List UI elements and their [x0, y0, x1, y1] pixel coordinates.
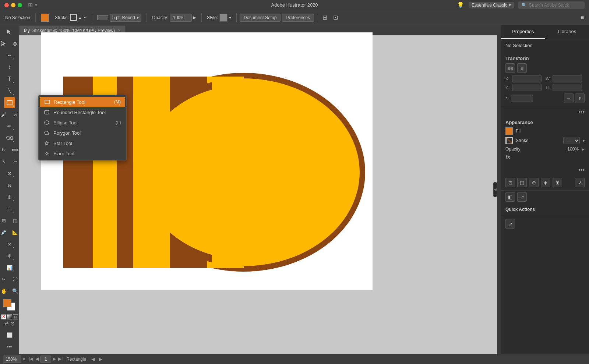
menu-item-rounded-rectangle[interactable]: Rounded Rectangle Tool — [39, 107, 126, 117]
menu-item-flare[interactable]: Flare Tool — [39, 148, 126, 159]
w-input[interactable] — [553, 75, 582, 82]
pattern-button[interactable]: ⊟ — [13, 314, 18, 319]
flip-v-button[interactable]: ⇕ — [575, 93, 585, 103]
perspective-tool[interactable]: ⬚ ▸ — [4, 203, 15, 214]
fill-label[interactable]: Fill — [516, 128, 585, 134]
panel-icon-btn-2[interactable]: ◱ — [517, 178, 527, 187]
stroke-swatch[interactable] — [70, 14, 77, 21]
symbol-tool[interactable]: ❋ ▸ — [4, 250, 15, 261]
last-page-button[interactable]: ▶| — [57, 356, 63, 363]
selection-tool[interactable] — [4, 26, 15, 38]
measure-tool[interactable]: 📐 — [10, 227, 19, 238]
vertical-scrollbar[interactable] — [497, 35, 501, 354]
panel-icon-btn-4[interactable]: ◈ — [541, 178, 550, 187]
opacity-input[interactable]: 100% — [170, 14, 192, 22]
pencil-tool[interactable]: ✏ ▸ — [4, 121, 15, 132]
width-tool[interactable]: ⊖ — [4, 180, 15, 191]
fill-color-swatch[interactable] — [505, 127, 513, 135]
stroke-size-dropdown[interactable]: 5 pt. Round ▾ — [110, 14, 141, 22]
graph-tool[interactable]: 📊 ▸ — [4, 262, 15, 273]
switch-colors-button[interactable]: ⇌ — [4, 321, 9, 326]
gradient-button[interactable] — [7, 314, 12, 319]
transform-icon-1[interactable]: ⊞⊞ — [505, 63, 515, 73]
tab-libraries[interactable]: Libraries — [545, 25, 589, 39]
direct-selection-tool[interactable] — [0, 38, 9, 49]
menu-item-star[interactable]: Star Tool — [39, 138, 126, 148]
zoom-chevron[interactable]: ▾ — [23, 357, 25, 362]
reflect-tool[interactable]: ⟺ — [10, 144, 19, 155]
stroke-color-swatch[interactable] — [505, 137, 513, 144]
more-tools-button[interactable]: ••• — [4, 341, 15, 352]
document-setup-button[interactable]: Document Setup — [240, 14, 281, 22]
layer-icon-btn-1[interactable]: ◧ — [505, 192, 515, 202]
flip-h-button[interactable]: ⇔ — [564, 93, 574, 103]
mesh-tool[interactable]: ⊞ — [0, 215, 9, 226]
artboard-tool[interactable]: ⬜ — [4, 329, 15, 340]
rotation-input[interactable] — [511, 95, 533, 102]
opacity-chevron[interactable]: ▶ — [193, 15, 196, 20]
slice-tool[interactable]: ✂ — [0, 274, 9, 285]
stroke-chevron-down[interactable]: ▼ — [83, 16, 87, 20]
minimize-button[interactable] — [11, 3, 15, 7]
panel-collapse-handle[interactable]: ◀ — [493, 182, 497, 197]
zoom-tool[interactable]: 🔍 — [10, 286, 19, 297]
gradient-tool[interactable]: ◫ — [10, 215, 19, 226]
pen-tool[interactable]: ✒ ▸ — [4, 50, 15, 61]
art-navigation-prev[interactable]: ◀ — [91, 356, 95, 363]
panel-icon-btn-3[interactable]: ⊕ — [529, 178, 539, 187]
opacity-expand-arrow[interactable]: ▶ — [582, 147, 585, 151]
workspace-selector[interactable]: Essentials Classic ▾ — [469, 2, 514, 8]
tab-properties[interactable]: Properties — [501, 25, 545, 39]
next-page-button[interactable]: ▶ — [52, 356, 57, 363]
rectangle-tool-button[interactable]: ▸ — [4, 97, 15, 108]
none-color-button[interactable]: ✕ — [1, 314, 6, 319]
panel-menu-icon[interactable]: ≡ — [578, 13, 586, 22]
stroke-style-dropdown[interactable]: — — [563, 137, 580, 144]
fullscreen-button[interactable] — [18, 3, 22, 7]
first-page-button[interactable]: |◀ — [28, 356, 34, 363]
window-grid-icon[interactable]: ⊞ — [28, 1, 33, 8]
stroke-chevron-up[interactable]: ▲ — [78, 16, 82, 20]
close-tab-icon[interactable]: ✕ — [118, 28, 121, 32]
hand-tool[interactable]: ✋ — [0, 286, 9, 297]
close-button[interactable] — [4, 3, 9, 7]
eyedropper-tool[interactable]: 💉 — [0, 227, 9, 238]
stroke-style-selector[interactable]: 5 pt. Round ▾ — [95, 12, 144, 23]
opacity-label[interactable]: Opacity — [505, 146, 564, 152]
zoom-input[interactable]: 150% — [3, 356, 21, 363]
paintbrush-tool[interactable]: 🖌 — [0, 109, 9, 120]
prev-page-button[interactable]: ◀ — [35, 356, 39, 363]
layer-icon-btn-2[interactable]: ↗ — [517, 192, 527, 202]
y-input[interactable] — [512, 84, 542, 91]
type-tool[interactable]: T ▸ — [4, 74, 15, 85]
shear-tool[interactable]: ▱ — [10, 156, 19, 167]
window-chevron-icon[interactable]: ▾ — [35, 3, 37, 8]
panel-icon-btn-5[interactable]: ⊞ — [553, 178, 562, 187]
stroke-area[interactable]: Stroke: ▲ ▼ — [53, 13, 89, 22]
arrange-icons[interactable]: ⊞ — [320, 13, 329, 22]
slice-select-tool[interactable]: ⛶ — [10, 274, 19, 285]
warp-tool[interactable]: ⊛ ▸ — [4, 168, 15, 179]
x-input[interactable] — [512, 75, 542, 82]
foreground-color-swatch[interactable] — [3, 299, 11, 307]
line-tool[interactable]: ╲ ▸ — [4, 85, 15, 96]
fx-button[interactable]: fx — [505, 154, 510, 160]
align-icons[interactable]: ⊡ — [331, 13, 340, 22]
blend-tool[interactable]: ∞ ▸ — [4, 238, 15, 250]
reset-colors-button[interactable]: ⊙ — [10, 321, 15, 326]
style-preview[interactable] — [219, 14, 228, 22]
fill-color-swatch[interactable] — [39, 12, 51, 23]
appearance-more-button[interactable]: ••• — [578, 167, 585, 173]
panel-icon-btn-6[interactable]: ↗ — [575, 178, 585, 187]
lasso-tool[interactable]: ⊛ — [10, 38, 19, 49]
opacity-control[interactable]: Opacity: 100% ▶ — [150, 12, 198, 23]
transform-icon-2[interactable]: ⊞ — [517, 63, 527, 73]
h-input[interactable] — [553, 84, 582, 91]
free-transform-tool[interactable]: ⊕ ▸ — [4, 191, 15, 202]
panel-icon-btn-1[interactable]: ⊡ — [505, 178, 515, 187]
stroke-label[interactable]: Stroke — [516, 138, 560, 143]
search-stock-input[interactable]: 🔍 Search Adobe Stock — [518, 1, 585, 9]
curvature-tool[interactable]: ⌇ — [4, 62, 15, 73]
transform-more-button[interactable]: ••• — [578, 109, 585, 115]
scale-tool[interactable]: ⤡ — [0, 156, 9, 167]
